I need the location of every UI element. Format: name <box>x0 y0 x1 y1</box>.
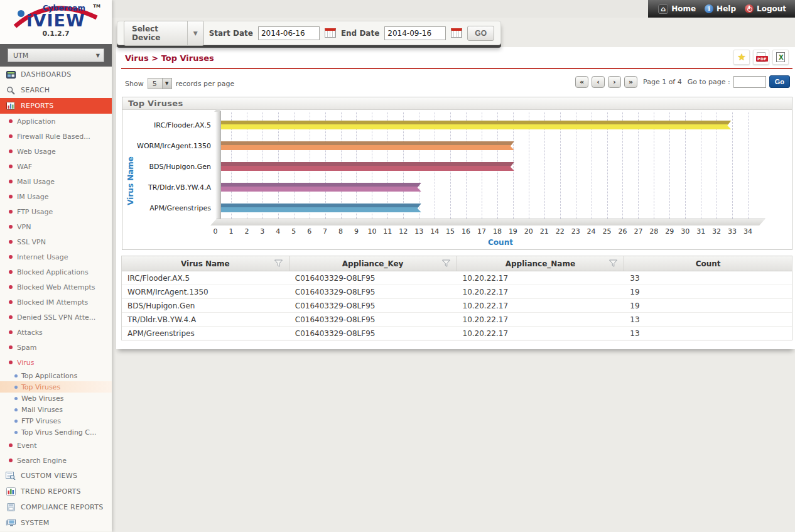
prev-page-button[interactable]: ‹ <box>592 76 605 88</box>
start-date-input[interactable] <box>258 26 320 40</box>
chevron-down-icon: ▼ <box>96 53 100 58</box>
records-suffix-label: records per page <box>176 80 235 88</box>
sidebar-item-virus[interactable]: Virus <box>0 355 112 370</box>
next-page-button[interactable]: › <box>608 76 621 88</box>
bar-apm-greenstripes[interactable] <box>221 204 421 212</box>
sidebar-item-vpn[interactable]: VPN <box>0 219 112 234</box>
table-cell: C016403329-O8LF95 <box>289 285 457 298</box>
category-label: TR/Dldr.VB.YW.4.A <box>139 177 215 198</box>
sidebar-item-blocked-web-attempts[interactable]: Blocked Web Attempts <box>0 280 112 295</box>
sidebar-item-search-engine[interactable]: Search Engine <box>0 453 112 468</box>
column-header-appliance-key[interactable]: Appliance_Key <box>289 256 457 271</box>
sidebar-item-internet-usage[interactable]: Internet Usage <box>0 249 112 264</box>
sidebar-item-ssl-vpn[interactable]: SSL VPN <box>0 234 112 249</box>
x-tick-label: 34 <box>744 227 752 236</box>
x-tick-label: 1 <box>229 227 233 236</box>
sidebar-subitem-top-virus-sending-c[interactable]: Top Virus Sending C... <box>0 426 112 438</box>
sidebar-subitem-mail-viruses[interactable]: Mail Viruses <box>0 404 112 415</box>
column-header-count[interactable]: Count <box>624 256 792 271</box>
main-area: ⌂ Home i Help Logout Select Device ▼ Sta… <box>112 0 795 532</box>
home-button[interactable]: ⌂ Home <box>658 4 696 14</box>
sidebar-item-event[interactable]: Event <box>0 438 112 453</box>
sidebar-item-web-usage[interactable]: Web Usage <box>0 144 112 159</box>
end-date-input[interactable] <box>384 26 446 40</box>
sidebar-item-im-usage[interactable]: IM Usage <box>0 189 112 204</box>
toolbar-go-button[interactable]: GO <box>467 26 494 41</box>
top-viruses-bar-chart: Virus Name IRC/Flooder.AX.5WORM/IrcAgent… <box>122 115 792 247</box>
x-tick-label: 25 <box>603 227 612 236</box>
last-page-button[interactable]: » <box>624 76 637 88</box>
sidebar-item-label: Search Engine <box>17 457 67 465</box>
bar-bds-hupigon-gen[interactable] <box>221 162 514 171</box>
bullet-icon <box>9 134 13 138</box>
x-tick-label: 13 <box>414 227 423 236</box>
per-page-select[interactable]: 5 ▼ <box>148 78 172 89</box>
sidebar-item-blocked-applications[interactable]: Blocked Applications <box>0 264 112 280</box>
export-excel-button[interactable] <box>772 50 789 65</box>
calendar-icon[interactable] <box>451 28 462 38</box>
x-tick-label: 20 <box>524 227 533 236</box>
sidebar-item-firewall-rule-based[interactable]: Firewall Rule Based... <box>0 129 112 144</box>
first-page-button[interactable]: « <box>575 76 588 88</box>
sidebar-item-spam[interactable]: Spam <box>0 340 112 355</box>
sidebar-item-custom-views[interactable]: CUSTOM VIEWS <box>0 468 112 484</box>
sidebar-item-application[interactable]: Application <box>0 114 112 129</box>
help-button[interactable]: i Help <box>705 4 736 13</box>
sidebar-item-reports[interactable]: REPORTS <box>0 98 112 114</box>
sidebar-item-compliance-reports[interactable]: COMPLIANCE REPORTS <box>0 499 112 515</box>
table-row[interactable]: APM/GreenstripesC016403329-O8LF9510.20.2… <box>122 327 792 340</box>
filter-funnel-icon[interactable] <box>274 259 283 269</box>
sidebar-item-ftp-usage[interactable]: FTP Usage <box>0 204 112 219</box>
sidebar-item-label: Virus <box>17 359 35 367</box>
sidebar-item-label: Internet Usage <box>17 253 68 261</box>
sidebar-item-mail-usage[interactable]: Mail Usage <box>0 174 112 189</box>
sidebar-item-label: CUSTOM VIEWS <box>21 472 77 480</box>
sidebar-subitem-top-viruses[interactable]: Top Viruses <box>0 381 112 393</box>
sidebar-item-waf[interactable]: WAF <box>0 159 112 174</box>
sidebar-item-dashboards[interactable]: DASHBOARDS <box>0 67 112 82</box>
table-row[interactable]: TR/Dldr.VB.YW.4.AC016403329-O8LF9510.20.… <box>122 313 792 327</box>
table-row[interactable]: BDS/Hupigon.GenC016403329-O8LF9510.20.22… <box>122 299 792 313</box>
sidebar-item-label: Mail Usage <box>17 178 55 186</box>
sidebar-item-search[interactable]: SEARCH <box>0 82 112 98</box>
sidebar-subitem-top-applications[interactable]: Top Applications <box>0 370 112 381</box>
device-type-select[interactable]: UTM ▼ <box>8 48 104 62</box>
table-row[interactable]: IRC/Flooder.AX.5C016403329-O8LF9510.20.2… <box>122 271 792 285</box>
column-header-virus-name[interactable]: Virus Name <box>122 256 289 271</box>
column-header-appliance-name[interactable]: Appliance_Name <box>457 256 625 271</box>
calendar-icon[interactable] <box>325 28 336 38</box>
goto-page-go-button[interactable]: Go <box>769 75 790 88</box>
chart-area: Virus Name IRC/Flooder.AX.5WORM/IrcAgent… <box>122 110 792 249</box>
sidebar-item-label: Blocked Applications <box>17 268 89 276</box>
page-status: Page 1 of 4 <box>643 78 682 86</box>
favorite-button[interactable]: ★ <box>733 50 750 65</box>
bullet-icon <box>9 119 13 123</box>
bullet-icon <box>9 300 13 304</box>
export-pdf-button[interactable] <box>753 50 769 65</box>
bar-irc-flooder-ax-5[interactable] <box>221 121 731 129</box>
logout-button[interactable]: Logout <box>745 4 786 13</box>
column-header-label: Virus Name <box>181 259 230 268</box>
filter-funnel-icon[interactable] <box>441 259 451 269</box>
filter-funnel-icon[interactable] <box>608 259 618 269</box>
bar-top-face <box>222 202 425 204</box>
x-tick-label: 33 <box>728 227 737 236</box>
sidebar-item-trend-reports[interactable]: TREND REPORTS <box>0 484 112 499</box>
sidebar-item-label: Firewall Rule Based... <box>17 133 90 141</box>
chart-panel-title: Top Viruses <box>122 97 792 110</box>
sidebar-item-attacks[interactable]: Attacks <box>0 325 112 340</box>
sidebar-subitem-label: Top Virus Sending C... <box>21 428 97 437</box>
table-row[interactable]: WORM/IrcAgent.1350C016403329-O8LF9510.20… <box>122 285 792 299</box>
sidebar-item-blocked-im-attempts[interactable]: Blocked IM Attempts <box>0 295 112 310</box>
bar-worm-ircagent-1350[interactable] <box>221 141 514 150</box>
sidebar-subitem-label: Mail Viruses <box>21 406 63 414</box>
category-label: WORM/IrcAgent.1350 <box>139 136 215 156</box>
select-device-dropdown[interactable]: Select Device ▼ <box>124 21 204 46</box>
sidebar-subitem-ftp-viruses[interactable]: FTP Viruses <box>0 415 112 426</box>
sidebar-item-denied-ssl-vpn-atte[interactable]: Denied SSL VPN Atte... <box>0 310 112 325</box>
bar-tr-dldr-vb-yw-4-a[interactable] <box>221 183 421 192</box>
sidebar-subitem-web-viruses[interactable]: Web Viruses <box>0 393 112 404</box>
goto-page-input[interactable] <box>733 76 766 88</box>
sidebar-item-system[interactable]: SYSTEM <box>0 515 112 531</box>
bullet-icon <box>9 195 13 198</box>
